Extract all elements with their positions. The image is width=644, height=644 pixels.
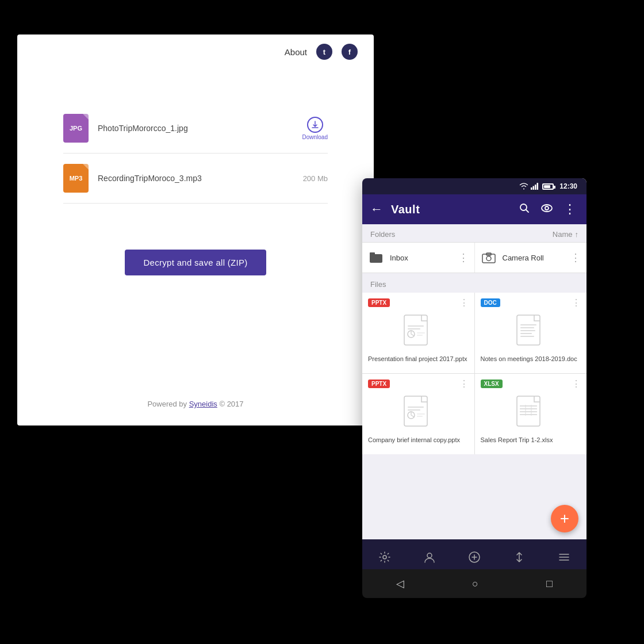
status-icons [519, 183, 554, 190]
download-arrow-icon [311, 121, 319, 129]
file-card-more-4[interactable]: ⋮ [572, 379, 581, 389]
footer-syneidis-link[interactable]: Syneidis [189, 400, 217, 408]
search-toolbar-button[interactable] [516, 200, 532, 219]
settings-icon [378, 551, 391, 564]
eye-icon [540, 204, 553, 213]
search-icon [519, 202, 530, 214]
android-nav-bar: ◁ ○ □ [362, 569, 586, 598]
web-footer: Powered by Syneidis © 2017 [17, 400, 374, 408]
fab-plus-icon: + [560, 509, 569, 528]
files-label: Files [370, 280, 386, 289]
mobile-panel: 12:30 ← Vault ⋮ Folders Name ↑ [362, 178, 586, 575]
more-toolbar-button[interactable]: ⋮ [561, 200, 578, 219]
files-grid: PPTX ⋮ Presentation final project 2017.p… [362, 293, 586, 454]
inbox-folder-more[interactable]: ⋮ [458, 251, 469, 264]
home-android-icon[interactable]: ○ [472, 578, 478, 590]
file-thumb-3 [368, 392, 469, 432]
hamburger-icon [558, 551, 570, 564]
add-circle-icon [468, 551, 481, 564]
web-header: About t f [17, 34, 374, 69]
mp3-size: 200 Mb [303, 174, 328, 183]
nav-settings[interactable] [378, 551, 391, 564]
camera-folder-more[interactable]: ⋮ [570, 251, 581, 264]
toolbar-title: Vault [391, 203, 511, 216]
sort-arrow-icon: ↑ [575, 230, 579, 239]
pptx-badge-1: PPTX [368, 298, 390, 307]
nav-transfer[interactable] [513, 551, 526, 564]
mp3-badge: MP3 [63, 164, 89, 193]
svg-rect-22 [520, 333, 532, 334]
svg-point-6 [545, 206, 549, 210]
jpg-filename: PhotoTripMororcco_1.jpg [98, 124, 293, 133]
pptx2-name: Company brief internal copy.pptx [368, 436, 469, 444]
file-card-pptx2[interactable]: PPTX ⋮ Company brief internal copy.pptx [362, 374, 474, 454]
svg-rect-31 [520, 405, 537, 407]
folder-item-inbox[interactable]: Inbox ⋮ [362, 243, 475, 273]
svg-rect-14 [408, 328, 420, 329]
svg-rect-34 [520, 414, 537, 415]
fab-add-button[interactable]: + [551, 505, 578, 532]
svg-rect-19 [520, 324, 536, 325]
file-card-doc[interactable]: DOC ⋮ Notes on meetings 2018-2019.doc [475, 293, 587, 373]
file-item-jpg: JPG PhotoTripMororcco_1.jpg Download [63, 103, 328, 154]
svg-point-5 [542, 205, 552, 212]
recents-android-icon[interactable]: □ [546, 578, 553, 590]
svg-rect-21 [520, 330, 535, 331]
facebook-icon[interactable]: f [342, 44, 358, 60]
svg-rect-1 [533, 186, 535, 190]
file-thumb-4 [481, 392, 581, 432]
svg-rect-28 [417, 413, 425, 415]
nav-add[interactable] [468, 551, 481, 564]
doc-badge-1: DOC [481, 298, 500, 307]
jpg-badge: JPG [63, 114, 89, 143]
svg-rect-25 [408, 407, 424, 408]
decrypt-btn-wrap: Decrypt and save all (ZIP) [17, 250, 374, 275]
folders-section-header: Folders Name ↑ [362, 224, 586, 242]
status-bar: 12:30 [362, 178, 586, 194]
transfer-icon [513, 551, 526, 564]
about-link[interactable]: About [285, 47, 307, 57]
doc-name: Notes on meetings 2018-2019.doc [481, 355, 581, 363]
svg-rect-0 [531, 187, 532, 190]
folder-icon [368, 250, 384, 266]
inbox-folder-name: Inbox [390, 254, 453, 262]
svg-rect-26 [408, 409, 420, 411]
pptx1-name: Presentation final project 2017.pptx [368, 355, 469, 363]
file-item-mp3: MP3 RecordingTripMoroco_3.mp3 200 Mb [63, 154, 328, 204]
folder-item-camera[interactable]: Camera Roll ⋮ [475, 243, 587, 273]
file-card-more-1[interactable]: ⋮ [459, 298, 469, 308]
file-card-header-2: DOC ⋮ [481, 298, 581, 308]
eye-toolbar-button[interactable] [538, 201, 555, 218]
file-card-more-3[interactable]: ⋮ [459, 379, 469, 389]
status-time: 12:30 [559, 182, 577, 190]
inbox-folder-icon [369, 252, 383, 263]
xlsx-thumb-icon [516, 395, 546, 430]
svg-rect-2 [535, 185, 536, 190]
svg-point-38 [427, 553, 432, 558]
svg-rect-20 [520, 327, 534, 328]
xlsx-name: Sales Report Trip 1-2.xlsx [481, 436, 581, 444]
file-card-header-3: PPTX ⋮ [368, 379, 469, 389]
file-thumb-2 [481, 311, 581, 351]
twitter-icon[interactable]: t [316, 44, 332, 60]
back-android-icon[interactable]: ◁ [396, 577, 404, 590]
nav-menu[interactable] [558, 551, 570, 564]
back-button[interactable]: ← [370, 202, 383, 217]
file-card-xlsx[interactable]: XLSX ⋮ Sales Report Trip 1-2.xlsx [475, 374, 587, 454]
decrypt-save-button[interactable]: Decrypt and save all (ZIP) [125, 250, 266, 275]
nav-profile[interactable] [423, 551, 436, 564]
file-card-more-2[interactable]: ⋮ [572, 298, 581, 308]
download-button[interactable]: Download [302, 117, 328, 140]
pptx-badge-2: PPTX [368, 379, 390, 388]
svg-rect-33 [520, 411, 537, 412]
sort-label[interactable]: Name ↑ [553, 230, 578, 239]
svg-rect-16 [417, 332, 425, 334]
svg-rect-24 [404, 396, 427, 426]
file-card-pptx1[interactable]: PPTX ⋮ Presentation final project 2017.p… [362, 293, 474, 373]
pptx2-thumb-icon [403, 395, 433, 430]
svg-rect-23 [520, 336, 534, 337]
mp3-filename: RecordingTripMoroco_3.mp3 [98, 174, 294, 183]
web-panel: About t f JPG PhotoTripMororcco_1.jpg Do… [17, 34, 374, 425]
mobile-toolbar: ← Vault ⋮ [362, 194, 586, 224]
profile-icon [423, 551, 436, 564]
